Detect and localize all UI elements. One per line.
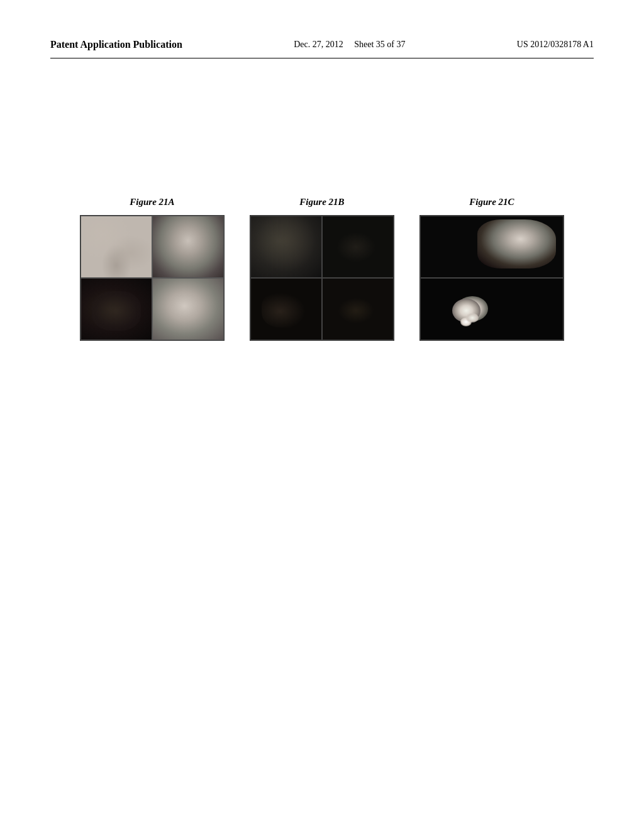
- figure-21c-image: [419, 215, 564, 341]
- fig-21a-cell-bottomright: [152, 278, 224, 340]
- patent-number: US 2012/0328178 A1: [517, 38, 594, 52]
- fig-21c-cell-top: [420, 216, 564, 278]
- figure-21c-label: Figure 21C: [469, 197, 514, 208]
- figure-21b-image: [250, 215, 394, 341]
- page-container: Patent Application Publication Dec. 27, …: [0, 0, 644, 830]
- fig-21a-cell-bottomleft: [80, 278, 152, 340]
- fig-21a-cell-topright: [152, 216, 224, 278]
- publication-date: Dec. 27, 2012: [294, 40, 343, 49]
- content-area: Figure 21A Figure 21B: [50, 197, 594, 341]
- fig-21b-cell-topleft: [250, 216, 322, 278]
- fig-21b-cell-bottomright: [322, 278, 394, 340]
- figure-21a-label: Figure 21A: [130, 197, 174, 208]
- fig-21a-cell-topleft: [80, 216, 152, 278]
- fig-21b-cell-topright: [322, 216, 394, 278]
- publication-label: Patent Application Publication: [50, 38, 182, 52]
- page-header: Patent Application Publication Dec. 27, …: [50, 38, 594, 58]
- header-date-sheet: Dec. 27, 2012 Sheet 35 of 37: [294, 38, 405, 52]
- fig-21c-cell-bottom: [420, 278, 564, 340]
- figure-21a-block: Figure 21A: [80, 197, 225, 341]
- figure-21a-image: [80, 215, 225, 341]
- figure-21b-block: Figure 21B: [250, 197, 394, 341]
- fig-21b-cell-bottomleft: [250, 278, 322, 340]
- figure-21b-label: Figure 21B: [299, 197, 344, 208]
- sheet-info: Sheet 35 of 37: [354, 40, 405, 49]
- figure-21c-block: Figure 21C: [419, 197, 564, 341]
- figures-row: Figure 21A Figure 21B: [50, 197, 594, 341]
